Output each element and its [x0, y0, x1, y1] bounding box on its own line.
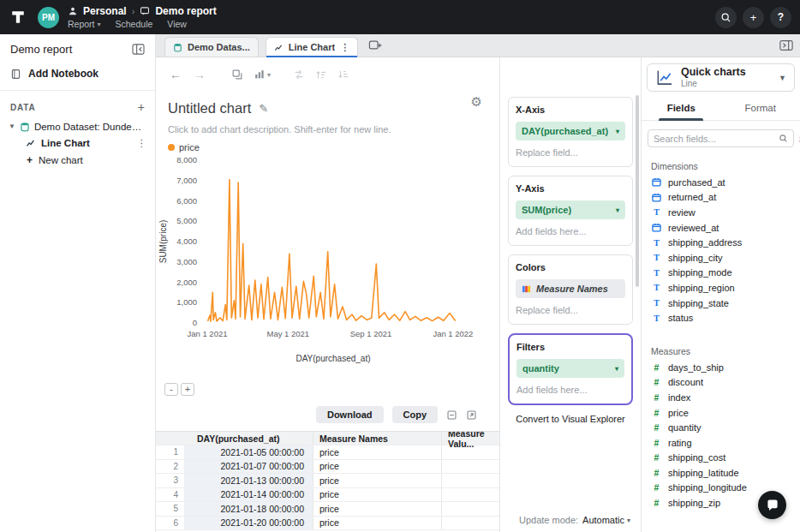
collapse-table-icon[interactable]	[446, 409, 457, 421]
undo-back-icon[interactable]: ←	[170, 68, 182, 81]
colors-field-pill[interactable]: Measure Names	[516, 279, 625, 298]
new-tab-button[interactable]	[368, 39, 382, 51]
chart-settings-gear-icon[interactable]: ⚙	[471, 95, 482, 108]
chart-editor: ← → ▾ ⚙ Untitled chart ✎ Click to a	[156, 57, 499, 532]
column-header-measure-values[interactable]: Measure Valu...	[441, 432, 499, 445]
field-label: shipping_longitude	[668, 482, 747, 493]
redo-forward-icon[interactable]: →	[194, 68, 206, 81]
menu-view[interactable]: View	[167, 19, 187, 29]
add-notebook-button[interactable]: Add Notebook	[10, 68, 145, 80]
table-row[interactable]: 32021-01-13 00:00:00price	[156, 474, 499, 488]
measure-item[interactable]: #index	[642, 390, 800, 405]
table-row[interactable]: 12021-01-05 00:00:00price	[156, 445, 499, 460]
duplicate-icon[interactable]	[231, 69, 243, 81]
dimension-item[interactable]: returned_at	[642, 190, 800, 206]
tab-fields[interactable]: Fields	[642, 95, 721, 120]
tab-format[interactable]: Format	[721, 95, 800, 120]
scrollbar-thumb[interactable]	[636, 95, 639, 287]
sort-descending-icon	[337, 69, 349, 81]
help-button[interactable]: ?	[770, 7, 791, 28]
table-row[interactable]: 62021-01-20 00:00:00price	[156, 517, 499, 531]
dataset-item[interactable]: ▼ Demo Dataset: Dunder ...	[0, 118, 155, 134]
chevron-down-icon[interactable]: ▼	[9, 123, 15, 130]
cell-measure-value	[441, 445, 499, 459]
dimension-item[interactable]: Tshipping_address	[642, 235, 800, 250]
convert-to-visual-explorer-link[interactable]: Convert to Visual Explorer	[500, 414, 641, 424]
table-row[interactable]: 52021-01-18 00:00:00price	[156, 502, 499, 517]
dimension-item[interactable]: reviewed_at	[642, 220, 800, 236]
measure-item[interactable]: #price	[642, 405, 800, 421]
svg-text:Jan 1 2021: Jan 1 2021	[187, 329, 227, 338]
app-logo-icon[interactable]	[9, 8, 27, 27]
dimension-item[interactable]: Treview	[642, 205, 800, 220]
measure-item[interactable]: #quantity	[642, 420, 800, 435]
edit-title-pencil-icon[interactable]: ✎	[259, 102, 268, 115]
x-axis-placeholder[interactable]: Replace field...	[516, 147, 625, 158]
zoom-out-button[interactable]: -	[164, 383, 178, 396]
table-row[interactable]: 22021-01-07 00:00:00price	[156, 460, 499, 475]
column-header-date[interactable]: DAY(purchased_at)	[184, 432, 313, 445]
create-new-button[interactable]: +	[743, 7, 764, 28]
table-row[interactable]: 42021-01-14 00:00:00price	[156, 488, 499, 503]
sidebar-item-line-chart[interactable]: Line Chart ⋮	[0, 134, 155, 152]
measure-item[interactable]: #discount	[642, 375, 800, 391]
measure-item[interactable]: #rating	[642, 435, 800, 451]
chart-title[interactable]: Untitled chart	[168, 100, 251, 117]
add-data-button[interactable]: +	[138, 101, 145, 113]
dimension-item[interactable]: Tshipping_city	[642, 250, 800, 266]
chart-description-placeholder[interactable]: Click to add chart description. Shift-en…	[168, 124, 391, 134]
zoom-in-button[interactable]: +	[181, 383, 194, 396]
avatar[interactable]: PM	[38, 7, 59, 28]
column-header-measure-names[interactable]: Measure Names	[313, 432, 441, 445]
measure-item[interactable]: #shipping_cost	[642, 451, 800, 466]
tab-line-chart[interactable]: Line Chart ⋮	[266, 37, 358, 57]
search-fields-box	[648, 129, 794, 147]
tab-strip: Demo Datas... Line Chart ⋮	[156, 34, 800, 57]
line-chart-icon	[655, 69, 673, 87]
dimension-item[interactable]: Tstatus	[642, 310, 800, 326]
number-type-icon: #	[651, 392, 662, 403]
breadcrumb-workspace[interactable]: Personal	[83, 5, 127, 17]
download-button[interactable]: Download	[316, 406, 384, 423]
search-button[interactable]	[715, 7, 737, 28]
collapse-panel-icon[interactable]	[779, 39, 793, 51]
text-type-icon: T	[651, 253, 662, 262]
line-chart-plot[interactable]: 01,0002,0003,0004,0005,0006,0007,0008,00…	[158, 152, 493, 368]
filters-placeholder[interactable]: Add fields here...	[516, 385, 624, 395]
filters-title: Filters	[516, 342, 624, 352]
sidebar-item-new-chart[interactable]: + New chart	[0, 152, 155, 168]
quick-charts-selector[interactable]: Quick charts Line ▼	[647, 63, 795, 92]
svg-text:7,000: 7,000	[176, 176, 197, 185]
field-label: index	[668, 392, 690, 403]
copy-button[interactable]: Copy	[392, 406, 439, 423]
measure-item[interactable]: #shipping_latitude	[642, 465, 800, 481]
collapse-sidebar-icon[interactable]	[132, 44, 145, 55]
dimension-item[interactable]: Tshipping_mode	[642, 266, 800, 281]
breadcrumb-report[interactable]: Demo report	[155, 5, 216, 17]
number-type-icon: #	[651, 362, 662, 373]
chart-type-selector-icon[interactable]: ▾	[254, 69, 271, 81]
update-mode-dropdown[interactable]: Automatic ▾	[582, 515, 630, 525]
question-icon: ?	[778, 11, 784, 23]
y-axis-field-pill[interactable]: SUM(price) ▾	[516, 200, 625, 219]
dimension-item[interactable]: purchased_at	[642, 175, 800, 190]
x-axis-field-pill[interactable]: DAY(purchased_at) ▾	[516, 122, 625, 140]
chat-support-button[interactable]	[758, 491, 786, 519]
filters-field-pill[interactable]: quantity ▾	[516, 359, 624, 378]
menu-schedule[interactable]: Schedule	[116, 19, 153, 29]
y-axis-placeholder[interactable]: Add fields here...	[516, 226, 625, 236]
dimension-item[interactable]: Tshipping_state	[642, 296, 800, 311]
measure-item[interactable]: #days_to_ship	[642, 360, 800, 375]
tab-demo-dataset[interactable]: Demo Datas...	[164, 37, 259, 57]
expand-table-icon[interactable]	[466, 409, 477, 421]
dimension-item[interactable]: Tshipping_region	[642, 280, 800, 296]
search-fields-input[interactable]	[654, 134, 775, 144]
kebab-menu-icon[interactable]: ⋮	[137, 137, 156, 149]
chevron-down-icon: ▾	[98, 21, 101, 28]
divider	[0, 90, 155, 91]
colors-placeholder[interactable]: Replace field...	[516, 305, 625, 315]
menu-report[interactable]: Report▾	[68, 19, 101, 29]
text-type-icon: T	[651, 238, 662, 248]
kebab-menu-icon[interactable]: ⋮	[340, 42, 349, 53]
swap-axes-icon	[293, 69, 305, 81]
